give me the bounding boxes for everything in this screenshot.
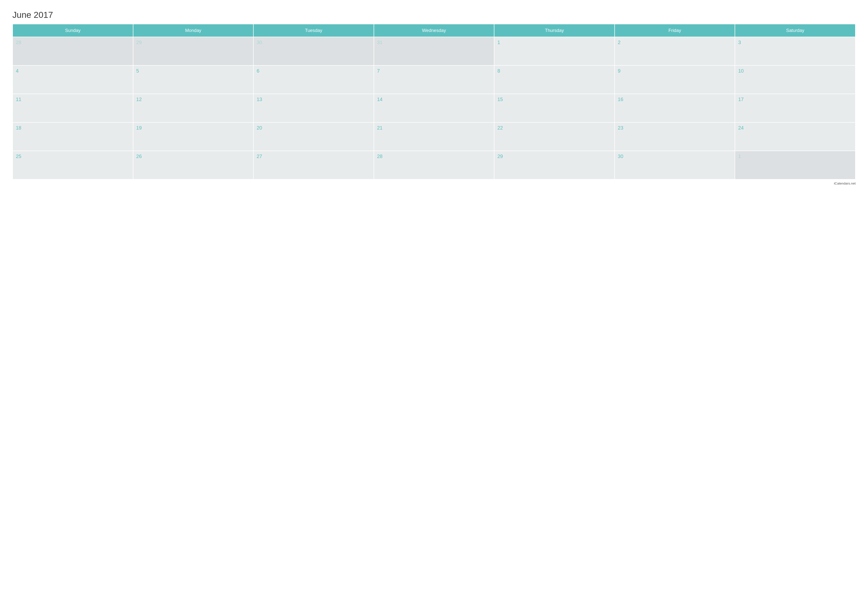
calendar-day-cell: 19 xyxy=(133,122,254,151)
calendar-week-row: 2526272829301 xyxy=(12,151,856,179)
calendar-day-cell: 12 xyxy=(133,94,254,122)
calendar-day-cell: 13 xyxy=(253,94,374,122)
calendar-day-cell: 15 xyxy=(494,94,615,122)
calendar-day-cell: 14 xyxy=(374,94,494,122)
footer-text: iCalendars.net xyxy=(12,182,856,185)
calendar-day-cell: 29 xyxy=(494,151,615,179)
calendar-day-cell: 28 xyxy=(374,151,494,179)
calendar-week-row: 28293031123 xyxy=(12,37,856,65)
calendar-day-cell: 10 xyxy=(735,65,856,94)
calendar-header-wednesday: Wednesday xyxy=(374,24,494,37)
calendar-day-cell: 16 xyxy=(615,94,735,122)
calendar-day-cell: 21 xyxy=(374,122,494,151)
calendar-header-friday: Friday xyxy=(615,24,735,37)
calendar-day-cell: 4 xyxy=(12,65,133,94)
calendar-day-cell: 24 xyxy=(735,122,856,151)
calendar-day-cell: 11 xyxy=(12,94,133,122)
calendar-day-cell: 1 xyxy=(494,37,615,65)
calendar-day-cell: 23 xyxy=(615,122,735,151)
calendar-day-cell: 3 xyxy=(735,37,856,65)
calendar-day-cell: 22 xyxy=(494,122,615,151)
calendar-day-cell: 9 xyxy=(615,65,735,94)
calendar-day-cell: 2 xyxy=(615,37,735,65)
calendar-header-monday: Monday xyxy=(133,24,254,37)
calendar-day-cell: 20 xyxy=(253,122,374,151)
calendar-day-cell: 30 xyxy=(253,37,374,65)
calendar-header-thursday: Thursday xyxy=(494,24,615,37)
page-title: June 2017 xyxy=(12,10,856,20)
calendar-day-cell: 18 xyxy=(12,122,133,151)
calendar-day-cell: 29 xyxy=(133,37,254,65)
calendar-day-cell: 27 xyxy=(253,151,374,179)
calendar-day-cell: 30 xyxy=(615,151,735,179)
calendar-week-row: 45678910 xyxy=(12,65,856,94)
calendar-header-saturday: Saturday xyxy=(735,24,856,37)
calendar-day-cell: 17 xyxy=(735,94,856,122)
calendar-table: SundayMondayTuesdayWednesdayThursdayFrid… xyxy=(12,24,856,180)
calendar-day-cell: 5 xyxy=(133,65,254,94)
calendar-day-cell: 8 xyxy=(494,65,615,94)
calendar-day-cell: 26 xyxy=(133,151,254,179)
calendar-day-cell: 6 xyxy=(253,65,374,94)
calendar-day-cell: 25 xyxy=(12,151,133,179)
calendar-day-cell: 31 xyxy=(374,37,494,65)
calendar-week-row: 18192021222324 xyxy=(12,122,856,151)
calendar-day-cell: 28 xyxy=(12,37,133,65)
calendar-header-tuesday: Tuesday xyxy=(253,24,374,37)
calendar-day-cell: 7 xyxy=(374,65,494,94)
calendar-header-sunday: Sunday xyxy=(12,24,133,37)
calendar-header-row: SundayMondayTuesdayWednesdayThursdayFrid… xyxy=(12,24,856,37)
calendar-week-row: 11121314151617 xyxy=(12,94,856,122)
calendar-day-cell: 1 xyxy=(735,151,856,179)
